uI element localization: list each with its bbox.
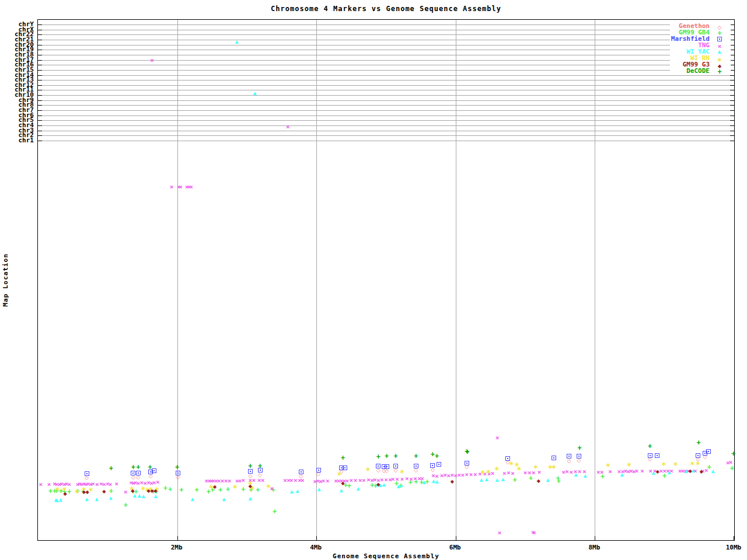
data-point-tng: [47, 479, 51, 488]
data-point-wi-yac: [340, 489, 343, 492]
data-point-wi-yac: [685, 470, 688, 473]
x-tick: [595, 536, 595, 540]
data-point-tng: [109, 479, 113, 488]
chromosome-gridline: [38, 120, 734, 121]
data-point-tng: [460, 470, 465, 479]
chromosome-gridline: [38, 105, 734, 106]
x-tick-label: 2Mb: [171, 544, 183, 551]
data-point-tng: [294, 475, 298, 484]
data-point-decode: [414, 451, 418, 460]
data-point-wi-yac: [235, 40, 239, 44]
data-point-tng: [289, 475, 294, 484]
data-point-gm99-gb4: [273, 506, 277, 516]
y-tick-left: [38, 24, 42, 25]
y-tick-right: [730, 30, 734, 30]
data-point-decode: [175, 462, 179, 471]
data-point-wi-rh: [673, 460, 678, 470]
y-axis-label: Map Location: [2, 253, 9, 306]
data-point-wi-rh: [661, 460, 666, 470]
data-point-tng: [523, 467, 528, 477]
data-point-gm99-gb4: [179, 485, 183, 494]
data-point-wi-yac: [317, 488, 321, 491]
chromosome-gridline: [38, 75, 734, 76]
y-tick-left: [38, 125, 42, 126]
data-point-tng: [502, 468, 507, 477]
chromosome-gridline: [38, 85, 734, 86]
data-point-gm99-gb4: [557, 476, 561, 485]
data-point-tng: [465, 469, 469, 478]
data-point-tng: [565, 466, 569, 475]
data-point-gm99-g3: [63, 488, 67, 497]
data-point-gm99-g3: [102, 485, 106, 495]
data-point-wi-rh: [266, 483, 271, 492]
data-point-decode: [578, 443, 582, 452]
data-point-marshfield: [551, 456, 556, 460]
data-point-wi-rh: [627, 461, 631, 470]
data-point-decode: [148, 462, 152, 471]
data-point-wi-yac: [191, 498, 194, 501]
data-point-gm99-g3: [154, 485, 158, 494]
data-point-wi-rh: [365, 466, 370, 475]
chromosome-gridline: [38, 55, 734, 55]
data-point-gm99-gb4: [124, 500, 128, 509]
data-point-gm99-g3: [213, 481, 217, 490]
y-tick-right: [730, 100, 734, 101]
y-tick-left: [38, 95, 42, 96]
plus-icon: [717, 28, 721, 37]
data-point-decode: [248, 461, 252, 470]
data-point-wi-rh: [551, 463, 556, 473]
data-point-tng: [301, 475, 305, 484]
data-point-tng: [570, 467, 574, 476]
data-point-marshfield: [655, 453, 659, 458]
plus-icon: [717, 66, 721, 76]
y-tick-left: [38, 60, 42, 61]
data-point-tng: [170, 181, 174, 191]
y-tick-left: [38, 65, 42, 65]
data-point-marshfield: [393, 464, 398, 468]
data-point-tng: [704, 465, 708, 474]
y-tick-right: [730, 70, 734, 71]
data-point-decode: [394, 451, 398, 460]
y-tick-right: [730, 45, 734, 46]
data-point-wi-yac: [423, 481, 426, 484]
data-point-wi-rh: [75, 488, 79, 498]
x-tick-label: 8Mb: [588, 544, 600, 551]
data-point-tng: [528, 467, 532, 477]
data-point-tng: [114, 478, 118, 488]
data-point-tng: [179, 181, 183, 191]
chromosome-gridline: [38, 80, 734, 80]
data-point-decode: [136, 462, 140, 471]
data-point-tng: [635, 466, 639, 475]
x-tick: [456, 536, 456, 540]
data-point-wi-yac: [620, 473, 624, 477]
y-tick-right: [730, 24, 734, 25]
data-point-wi-yac: [501, 478, 505, 481]
data-point-marshfield: [437, 462, 441, 467]
y-tick-left: [38, 34, 42, 35]
data-point-tng: [362, 475, 366, 484]
y-tick-left: [38, 135, 42, 136]
data-point-marshfield: [316, 468, 321, 473]
data-point-tng: [350, 475, 354, 484]
data-point-tng: [578, 466, 582, 475]
data-point-gm99-g3: [537, 475, 540, 484]
data-point-wi-rh: [400, 468, 404, 477]
chromosome-gridline: [38, 141, 734, 141]
data-point-wi-yac: [382, 483, 386, 487]
data-point-gm99-gb4: [218, 485, 222, 494]
legend-marker-cell: [710, 42, 729, 48]
plot-area: GenethonGM99 GB4MarshfieldTNGWI YACWI RH…: [37, 19, 735, 541]
data-point-tng: [380, 474, 384, 484]
data-point-marshfield: [85, 471, 89, 476]
data-point-tng: [405, 473, 409, 482]
data-point-wi-yac: [290, 490, 294, 494]
data-point-tng: [242, 475, 246, 484]
data-point-tng: [495, 432, 500, 442]
data-point-wi-yac: [495, 478, 499, 482]
data-point-marshfield: [567, 454, 571, 459]
data-point-gm99-g3: [341, 477, 344, 487]
x-tick-label: 6Mb: [449, 544, 461, 551]
data-point-wi-yac: [668, 471, 671, 474]
chromosome-gridline: [38, 125, 734, 126]
data-point-tng: [124, 487, 128, 496]
